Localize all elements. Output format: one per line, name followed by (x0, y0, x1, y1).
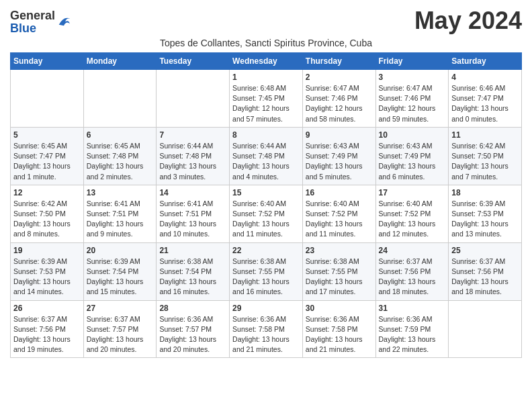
calendar-cell: 29Sunrise: 6:36 AMSunset: 7:58 PMDayligh… (230, 300, 303, 358)
day-number: 20 (87, 246, 154, 255)
day-info: Sunrise: 6:43 AMSunset: 7:49 PMDaylight:… (306, 141, 373, 182)
logo-text-blue: Blue (10, 21, 36, 35)
calendar-cell (449, 300, 522, 358)
calendar-cell (157, 70, 230, 128)
calendar-week-2: 5Sunrise: 6:45 AMSunset: 7:47 PMDaylight… (11, 127, 522, 185)
day-number: 7 (159, 130, 226, 140)
day-number: 31 (379, 304, 446, 313)
month-title: May 2024 (414, 7, 522, 35)
logo: General Blue (10, 9, 71, 35)
header-day-monday: Monday (83, 53, 157, 70)
calendar-cell: 25Sunrise: 6:37 AMSunset: 7:56 PMDayligh… (449, 242, 522, 300)
calendar-cell: 12Sunrise: 6:42 AMSunset: 7:50 PMDayligh… (11, 185, 84, 242)
day-number: 9 (306, 130, 373, 140)
day-info: Sunrise: 6:42 AMSunset: 7:50 PMDaylight:… (451, 141, 519, 182)
calendar-cell (83, 70, 157, 128)
day-number: 22 (232, 246, 300, 255)
calendar-cell: 1Sunrise: 6:48 AMSunset: 7:45 PMDaylight… (230, 70, 303, 128)
day-number: 16 (306, 188, 373, 197)
day-info: Sunrise: 6:39 AMSunset: 7:53 PMDaylight:… (13, 257, 81, 298)
header-day-wednesday: Wednesday (230, 53, 303, 70)
calendar-cell: 6Sunrise: 6:45 AMSunset: 7:48 PMDaylight… (83, 127, 157, 185)
calendar-week-1: 1Sunrise: 6:48 AMSunset: 7:45 PMDaylight… (11, 70, 522, 128)
calendar-cell: 16Sunrise: 6:40 AMSunset: 7:52 PMDayligh… (302, 185, 375, 242)
calendar-cell: 30Sunrise: 6:36 AMSunset: 7:58 PMDayligh… (302, 300, 375, 358)
header-day-saturday: Saturday (449, 53, 522, 70)
calendar-cell: 3Sunrise: 6:47 AMSunset: 7:46 PMDaylight… (375, 70, 449, 128)
header-day-tuesday: Tuesday (157, 53, 230, 70)
day-info: Sunrise: 6:37 AMSunset: 7:56 PMDaylight:… (451, 257, 519, 298)
calendar-cell (11, 70, 84, 128)
calendar-cell: 15Sunrise: 6:40 AMSunset: 7:52 PMDayligh… (230, 185, 303, 242)
calendar-cell: 11Sunrise: 6:42 AMSunset: 7:50 PMDayligh… (449, 127, 522, 185)
day-number: 19 (13, 246, 81, 255)
day-info: Sunrise: 6:38 AMSunset: 7:54 PMDaylight:… (159, 257, 226, 298)
day-info: Sunrise: 6:45 AMSunset: 7:48 PMDaylight:… (87, 141, 154, 182)
calendar-cell: 26Sunrise: 6:37 AMSunset: 7:56 PMDayligh… (11, 300, 84, 358)
day-number: 4 (451, 73, 519, 82)
day-info: Sunrise: 6:41 AMSunset: 7:51 PMDaylight:… (87, 199, 154, 240)
day-info: Sunrise: 6:44 AMSunset: 7:48 PMDaylight:… (159, 141, 226, 182)
day-number: 26 (13, 304, 81, 313)
day-number: 14 (159, 188, 226, 197)
day-number: 5 (13, 130, 81, 140)
day-info: Sunrise: 6:37 AMSunset: 7:56 PMDaylight:… (379, 257, 446, 298)
day-number: 1 (232, 73, 300, 82)
day-number: 29 (232, 304, 300, 313)
calendar-cell: 19Sunrise: 6:39 AMSunset: 7:53 PMDayligh… (11, 242, 84, 300)
calendar-cell: 22Sunrise: 6:38 AMSunset: 7:55 PMDayligh… (230, 242, 303, 300)
calendar-cell: 18Sunrise: 6:39 AMSunset: 7:53 PMDayligh… (449, 185, 522, 242)
day-number: 2 (306, 73, 373, 82)
day-number: 18 (451, 188, 519, 197)
day-number: 6 (87, 130, 154, 140)
calendar-table: SundayMondayTuesdayWednesdayThursdayFrid… (10, 52, 522, 358)
day-number: 13 (87, 188, 154, 197)
calendar-cell: 14Sunrise: 6:41 AMSunset: 7:51 PMDayligh… (157, 185, 230, 242)
calendar-header: SundayMondayTuesdayWednesdayThursdayFrid… (11, 53, 522, 70)
day-info: Sunrise: 6:40 AMSunset: 7:52 PMDaylight:… (379, 199, 446, 240)
calendar-cell: 7Sunrise: 6:44 AMSunset: 7:48 PMDaylight… (157, 127, 230, 185)
calendar-cell: 27Sunrise: 6:37 AMSunset: 7:57 PMDayligh… (83, 300, 157, 358)
day-info: Sunrise: 6:37 AMSunset: 7:57 PMDaylight:… (87, 314, 154, 355)
day-info: Sunrise: 6:39 AMSunset: 7:53 PMDaylight:… (451, 199, 519, 240)
day-number: 11 (451, 130, 519, 140)
day-info: Sunrise: 6:37 AMSunset: 7:56 PMDaylight:… (13, 314, 81, 355)
calendar-week-4: 19Sunrise: 6:39 AMSunset: 7:53 PMDayligh… (11, 242, 522, 300)
day-info: Sunrise: 6:47 AMSunset: 7:46 PMDaylight:… (306, 83, 373, 124)
header-day-thursday: Thursday (302, 53, 375, 70)
day-info: Sunrise: 6:48 AMSunset: 7:45 PMDaylight:… (232, 83, 300, 124)
day-number: 15 (232, 188, 300, 197)
calendar-cell: 10Sunrise: 6:43 AMSunset: 7:49 PMDayligh… (375, 127, 449, 185)
day-info: Sunrise: 6:36 AMSunset: 7:57 PMDaylight:… (159, 314, 226, 355)
day-info: Sunrise: 6:38 AMSunset: 7:55 PMDaylight:… (306, 257, 373, 298)
header-day-friday: Friday (375, 53, 449, 70)
day-info: Sunrise: 6:46 AMSunset: 7:47 PMDaylight:… (451, 83, 519, 124)
day-number: 23 (306, 246, 373, 255)
day-number: 8 (232, 130, 300, 140)
day-info: Sunrise: 6:40 AMSunset: 7:52 PMDaylight:… (232, 199, 300, 240)
calendar-cell: 28Sunrise: 6:36 AMSunset: 7:57 PMDayligh… (157, 300, 230, 358)
calendar-body: 1Sunrise: 6:48 AMSunset: 7:45 PMDaylight… (11, 70, 522, 358)
day-info: Sunrise: 6:39 AMSunset: 7:54 PMDaylight:… (87, 257, 154, 298)
day-number: 25 (451, 246, 519, 255)
subtitle: Topes de Collantes, Sancti Spiritus Prov… (10, 38, 522, 48)
days-header-row: SundayMondayTuesdayWednesdayThursdayFrid… (11, 53, 522, 70)
day-number: 30 (306, 304, 373, 313)
day-number: 3 (379, 73, 446, 82)
calendar-cell: 31Sunrise: 6:36 AMSunset: 7:59 PMDayligh… (375, 300, 449, 358)
day-info: Sunrise: 6:38 AMSunset: 7:55 PMDaylight:… (232, 257, 300, 298)
day-info: Sunrise: 6:36 AMSunset: 7:59 PMDaylight:… (379, 314, 446, 355)
calendar-cell: 9Sunrise: 6:43 AMSunset: 7:49 PMDaylight… (302, 127, 375, 185)
day-info: Sunrise: 6:36 AMSunset: 7:58 PMDaylight:… (306, 314, 373, 355)
day-info: Sunrise: 6:40 AMSunset: 7:52 PMDaylight:… (306, 199, 373, 240)
calendar-week-3: 12Sunrise: 6:42 AMSunset: 7:50 PMDayligh… (11, 185, 522, 242)
day-number: 17 (379, 188, 446, 197)
calendar-cell: 23Sunrise: 6:38 AMSunset: 7:55 PMDayligh… (302, 242, 375, 300)
calendar-cell: 17Sunrise: 6:40 AMSunset: 7:52 PMDayligh… (375, 185, 449, 242)
day-number: 28 (159, 304, 226, 313)
header-day-sunday: Sunday (11, 53, 84, 70)
day-info: Sunrise: 6:43 AMSunset: 7:49 PMDaylight:… (379, 141, 446, 182)
calendar-cell: 13Sunrise: 6:41 AMSunset: 7:51 PMDayligh… (83, 185, 157, 242)
calendar-cell: 8Sunrise: 6:44 AMSunset: 7:48 PMDaylight… (230, 127, 303, 185)
day-info: Sunrise: 6:42 AMSunset: 7:50 PMDaylight:… (13, 199, 81, 240)
